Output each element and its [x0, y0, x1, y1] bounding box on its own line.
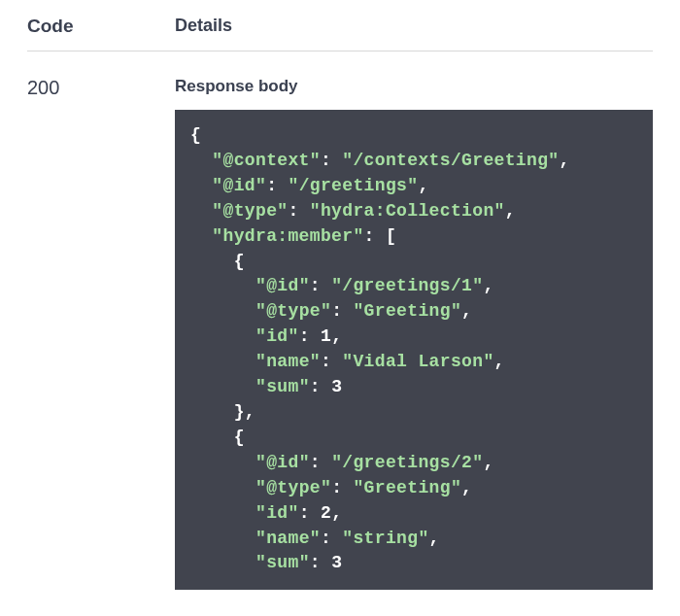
status-code: 200 [27, 77, 175, 590]
header-details-label: Details [175, 16, 653, 37]
response-body-label: Response body [175, 77, 653, 96]
response-body-code[interactable]: { "@context": "/contexts/Greeting", "@id… [175, 110, 653, 590]
responses-panel: Code Details 200 Response body { "@conte… [0, 0, 680, 590]
header-code-label: Code [27, 16, 175, 37]
response-row: 200 Response body { "@context": "/contex… [27, 51, 653, 590]
responses-header-row: Code Details [27, 0, 653, 51]
response-details: Response body { "@context": "/contexts/G… [175, 77, 653, 590]
